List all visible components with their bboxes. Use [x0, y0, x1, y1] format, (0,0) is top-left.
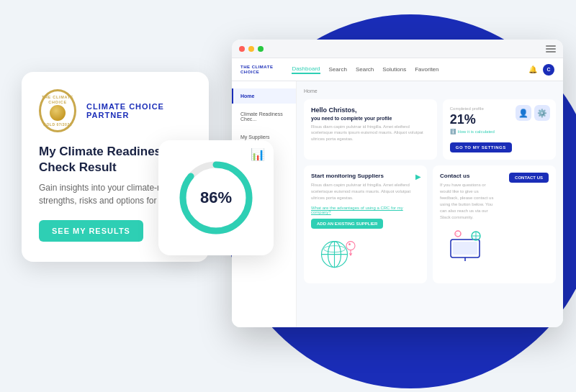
percent-label: 86% [200, 188, 232, 207]
hello-subtitle: you need to complete your profile [311, 116, 430, 121]
gear-icon: ⚙️ [534, 105, 550, 121]
nav-links: Dashboard Search Search Solutions Favori… [292, 65, 438, 74]
complete-profile-button[interactable]: GO TO MY SETTINGS [450, 142, 512, 152]
hello-body: Risus diam capim pulvinar id fringilla. … [311, 124, 430, 142]
browser-bar [232, 40, 563, 58]
progress-widget: 📊 86% [158, 140, 274, 255]
nav-bar: THE CLIMATE CHOICE Dashboard Search Sear… [232, 58, 563, 81]
nav-right: 🔔 C [528, 64, 554, 76]
contact-illustration: ! [440, 225, 480, 254]
partner-label: CLIMATE CHOICE PARTNER [86, 102, 192, 119]
person-icon: 👤 [516, 105, 531, 121]
suppliers-card: ▶ Start monitoring Suppliers Risus diam … [304, 165, 427, 283]
nav-link-solutions[interactable]: Solutions [382, 66, 406, 73]
see-results-button[interactable]: SEE MY RESULTS [39, 220, 143, 242]
bottom-cards-row: ▶ Start monitoring Suppliers Risus diam … [304, 165, 556, 289]
arrow-right-icon: ▶ [415, 173, 421, 181]
badge-top-text: THE CLIMATE CHOICE [41, 95, 74, 104]
bell-icon[interactable]: 🔔 [528, 65, 537, 73]
contact-card: Contact us CONTACT US If you have questi… [433, 165, 556, 283]
gold-icon [50, 105, 66, 121]
globe-illustration [311, 233, 369, 276]
suppliers-card-title: Start monitoring Suppliers [311, 173, 420, 179]
partner-badge: THE CLIMATE CHOICE GOLD 07/2022 [39, 89, 76, 132]
profile-icon-cluster: 👤 ⚙️ [516, 105, 550, 121]
nav-link-favoriten[interactable]: Favoriten [415, 66, 438, 73]
main-content: Home Hello Christos, you need to complet… [297, 81, 563, 327]
user-avatar: C [543, 64, 554, 76]
contact-button[interactable]: CONTACT US [509, 173, 549, 183]
browser-dot-red [239, 46, 245, 52]
svg-marker-10 [349, 253, 353, 256]
badge-bottom-text: GOLD 07/2022 [43, 122, 72, 127]
hello-card: Hello Christos, you need to complete you… [304, 99, 437, 160]
nav-link-search1[interactable]: Search [329, 66, 347, 73]
nav-logo: THE CLIMATE CHOICE [240, 65, 273, 74]
hamburger-icon[interactable] [546, 45, 556, 53]
hello-greeting: Hello Christos, [311, 106, 430, 114]
nav-link-search2[interactable]: Search [356, 66, 374, 73]
svg-text:!: ! [456, 232, 457, 237]
add-supplier-button[interactable]: ADD AN EXISTING SUPPLIER [311, 219, 383, 229]
browser-dot-yellow [248, 46, 254, 52]
browser-window: THE CLIMATE CHOICE Dashboard Search Sear… [232, 40, 563, 327]
profile-hint: ℹ️ How it is calculated [450, 129, 549, 135]
dashboard-content: Home Climate Readiness Chec... My Suppli… [232, 81, 563, 327]
nav-link-dashboard[interactable]: Dashboard [292, 65, 320, 74]
circular-progress: 86% [176, 158, 256, 237]
svg-point-8 [348, 243, 351, 245]
badge-row: THE CLIMATE CHOICE GOLD 07/2022 CLIMATE … [39, 89, 192, 132]
contact-card-body: If you have questions or would like to g… [440, 182, 549, 221]
profile-card: Completed profile 21% ℹ️ How it is calcu… [443, 99, 556, 160]
svg-rect-12 [453, 242, 477, 255]
sidebar-item-climate[interactable]: Climate Readiness Chec... [232, 106, 296, 127]
suppliers-card-body: Risus diam capim pulvinar id fringilla. … [311, 182, 420, 201]
svg-point-7 [346, 242, 355, 250]
sidebar-item-home[interactable]: Home [232, 88, 296, 104]
breadcrumb: Home [304, 88, 556, 94]
suppliers-card-link[interactable]: What are the advantages of using a CRC f… [311, 206, 420, 214]
top-section: Hello Christos, you need to complete you… [304, 99, 556, 160]
browser-dot-green [258, 46, 264, 52]
